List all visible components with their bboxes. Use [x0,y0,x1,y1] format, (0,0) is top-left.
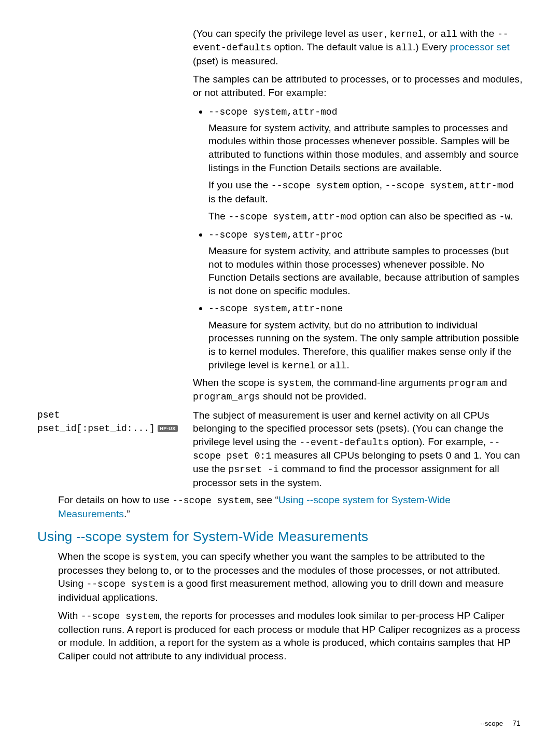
text: (pset) is measured. [193,56,278,66]
intro-p2: The samples can be attributed to process… [193,73,523,99]
text: The [208,211,228,222]
see-also: For details on how to use --scope system… [58,493,523,520]
term-pset: pset [37,409,189,421]
code: --scope system,attr-none [208,303,343,314]
hpux-badge-icon: HP-UX [158,425,178,432]
text: option). For example, [389,436,488,447]
text: option, [349,179,385,190]
code: kernel [282,361,315,371]
text: option. The default value is [271,42,396,52]
text: . [510,211,513,222]
text: If you use the [208,179,271,190]
text: (You can specify the privilege level as [193,28,361,39]
list-item: --scope system,attr-mod Measure for syst… [208,105,523,224]
list-item: --scope system,attr-none Measure for sys… [208,301,523,372]
code: system [143,552,176,562]
text: .) Every [413,42,450,52]
text: , [384,28,390,39]
text: With [58,610,81,621]
text: or [315,360,330,370]
term-pset-id: pset_id[:pset_id:...] HP-UX [37,421,189,435]
text: Measure for system activity, but do no a… [208,320,519,370]
text: should not be provided. [260,391,367,402]
body-p1: When the scope is system, you can specif… [58,550,523,604]
code: --scope system [86,579,164,589]
code: psrset -i [228,464,278,475]
code: --scope system,attr-proc [208,230,343,240]
link-processor-set[interactable]: processor set [450,42,510,52]
text: . [346,360,349,370]
text: When the scope is [58,551,143,562]
code: --scope system [172,495,250,506]
code: kernel [389,29,423,39]
pset-desc: The subject of measurement is user and k… [193,409,523,490]
text: .” [124,508,130,519]
code: program [449,378,488,389]
text: For details on how to use [58,494,172,505]
pset-row: pset pset_id[:pset_id:...] HP-UX The sub… [37,409,523,493]
text: , see “ [250,494,278,505]
text: If you use the --scope system option, --… [208,178,523,205]
code: user [361,29,384,39]
code: --scope system,attr-mod [228,212,357,222]
text: The --scope system,attr-mod option can a… [208,210,523,223]
list-item: --scope system,attr-proc Measure for sys… [208,228,523,298]
text: , the command-line arguments [311,377,449,388]
text: and [488,377,507,388]
code: program_args [193,392,260,402]
page-number: 71 [512,719,521,727]
section-heading-using-scope: Using --scope system for System-Wide Mea… [37,528,523,546]
code: all [330,361,346,371]
code: --scope system [81,611,159,621]
scope-options-list: --scope system,attr-mod Measure for syst… [193,105,523,372]
text: is the default. [208,194,268,204]
intro-p1: (You can specify the privilege level as … [193,27,523,67]
code: --event-defaults [299,437,389,448]
text: option can also be specified as [357,211,499,222]
text: with the [457,28,497,39]
body-p2: With --scope system, the reports for pro… [58,609,523,662]
code: all [396,43,413,53]
code: --scope system,attr-mod [208,107,337,117]
text: Measure for system activity, and attribu… [208,121,523,175]
code: all [440,29,457,39]
code: -w [499,212,511,222]
code: --scope system,attr-mod [385,181,514,191]
code: system [277,378,311,389]
after-bullets: When the scope is system, the command-li… [193,376,523,404]
text: , or [423,28,440,39]
text: Measure for system activity, but do no a… [208,319,523,372]
code: pset_id[:pset_id:...] [37,423,155,434]
text: When the scope is [193,377,277,388]
page-footer: --scope71 [480,719,521,728]
footer-label: --scope [480,720,503,727]
text: Measure for system activity, and attribu… [208,244,523,298]
code: --scope system [271,181,349,191]
